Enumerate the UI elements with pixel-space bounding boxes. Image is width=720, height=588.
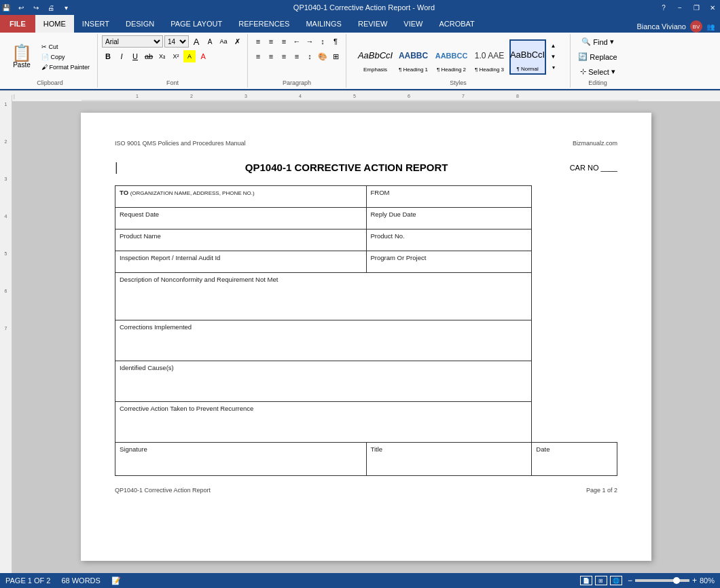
qat-dropdown[interactable]: ▾ (60, 2, 72, 13)
zoom-out-button[interactable]: − (628, 576, 632, 585)
find-button[interactable]: 🔍 Find ▾ (578, 35, 617, 48)
align-left-button[interactable]: ≡ (252, 50, 264, 62)
document-area[interactable]: ISO 9001 QMS Policies and Procedures Man… (12, 102, 720, 583)
share-button[interactable]: 👥 (706, 23, 715, 31)
page-footer: QP1040-1 Corrective Action Report Page 1… (115, 487, 617, 494)
font-controls: Arial 14 A A Aa ✗ B I U ab X₂ X² (102, 35, 243, 78)
clipboard-content: 📋 Paste ✂ Cut 📄 Copy 🖌 Format Painter (7, 35, 93, 78)
print-layout-button[interactable]: 📄 (580, 576, 592, 585)
redo-button[interactable]: ↪ (30, 2, 42, 13)
clear-format-button[interactable]: ✗ (231, 35, 243, 48)
styles-scroll-down[interactable]: ▼ (547, 52, 560, 62)
tab-references[interactable]: REFERENCES (230, 15, 298, 33)
zoom-level: 80% (700, 576, 715, 585)
show-hide-button[interactable]: ¶ (329, 35, 342, 48)
request-date-cell: Request Date (115, 208, 367, 229)
tab-view[interactable]: VIEW (395, 15, 431, 33)
font-color-button[interactable]: A (197, 50, 209, 62)
tab-mailings[interactable]: MAILINGS (298, 15, 350, 33)
change-case-button[interactable]: Aa (217, 35, 230, 48)
shading-button[interactable]: 🎨 (317, 50, 329, 62)
save-button[interactable]: 💾 (0, 2, 12, 13)
svg-text:5: 5 (353, 94, 356, 98)
cut-button[interactable]: ✂ Cut (38, 42, 93, 52)
signature-row: Signature Title Date (115, 443, 617, 476)
numbering-button[interactable]: ≡ (265, 35, 277, 48)
font-family-select[interactable]: Arial (102, 35, 163, 48)
svg-text:3: 3 (245, 94, 247, 98)
restore-button[interactable]: ❐ (689, 2, 704, 13)
superscript-button[interactable]: X² (170, 50, 182, 62)
web-layout-button[interactable]: 🌐 (610, 576, 622, 585)
full-screen-button[interactable]: ⊞ (595, 576, 607, 585)
tab-home[interactable]: HOME (35, 15, 74, 33)
paste-button[interactable]: 📋 Paste (7, 43, 37, 71)
line-spacing-button[interactable]: ↕ (304, 50, 316, 62)
quick-access-toolbar[interactable]: 💾 ↩ ↪ 🖨 ▾ (0, 2, 72, 13)
align-right-button[interactable]: ≡ (278, 50, 290, 62)
signature-label: Signature (120, 445, 362, 453)
bullets-button[interactable]: ≡ (252, 35, 264, 48)
question-button[interactable]: ? (656, 2, 671, 13)
select-button[interactable]: ⊹ Select ▾ (577, 65, 619, 78)
tab-design[interactable]: DESIGN (118, 15, 162, 33)
multilevel-button[interactable]: ≡ (278, 35, 290, 48)
justify-button[interactable]: ≡ (291, 50, 303, 62)
decrease-indent-button[interactable]: ← (291, 35, 303, 48)
vertical-ruler: 1234567 (0, 95, 12, 573)
description-cell: Description of Nonconformity and Require… (115, 273, 532, 320)
styles-scroll-up[interactable]: ▲ (547, 41, 560, 52)
zoom-slider[interactable] (635, 579, 689, 582)
underline-button[interactable]: U (129, 50, 141, 62)
heading1-label: ¶ Heading 1 (399, 67, 428, 73)
sort-button[interactable]: ↕ (317, 35, 329, 48)
styles-expand[interactable]: ▾ (547, 62, 560, 73)
clipboard-small-buttons: ✂ Cut 📄 Copy 🖌 Format Painter (38, 42, 93, 72)
borders-button[interactable]: ⊞ (329, 50, 342, 62)
format-painter-button[interactable]: 🖌 Format Painter (38, 62, 93, 72)
text-highlight-button[interactable]: A (183, 50, 196, 62)
product-no-cell: Product No. (366, 229, 532, 251)
bold-button[interactable]: B (102, 50, 114, 62)
style-normal[interactable]: AaBbCcI ¶ Normal (509, 39, 546, 75)
print-button[interactable]: 🖨 (45, 2, 57, 13)
ruler-svg: 1 2 3 4 5 6 7 8 (82, 91, 638, 102)
strikethrough-button[interactable]: ab (143, 50, 155, 62)
date-cell: Date (532, 443, 617, 476)
svg-text:8: 8 (516, 94, 519, 98)
tab-file[interactable]: FILE (0, 15, 35, 33)
copy-button[interactable]: 📄 Copy (38, 52, 93, 62)
italic-button[interactable]: I (115, 50, 128, 62)
tab-insert[interactable]: INSERT (74, 15, 118, 33)
product-no-label: Product No. (371, 232, 405, 240)
font-row-2: B I U ab X₂ X² A A (102, 50, 209, 62)
tab-review[interactable]: REVIEW (350, 15, 395, 33)
font-grow-button[interactable]: A (190, 35, 202, 48)
close-button[interactable]: ✕ (705, 2, 720, 13)
normal-label: ¶ Normal (516, 66, 538, 72)
zoom-in-button[interactable]: + (692, 576, 697, 585)
style-emphasis[interactable]: AaBbCcI Emphasis (357, 39, 394, 75)
increase-indent-button[interactable]: → (304, 35, 316, 48)
font-size-select[interactable]: 14 (164, 35, 189, 48)
title-area: Title (371, 445, 528, 473)
zoom-thumb[interactable] (673, 577, 680, 584)
minimize-button[interactable]: − (672, 2, 687, 13)
replace-button[interactable]: 🔄 Replace (575, 50, 620, 63)
causes-cell: Identified Cause(s) (115, 361, 532, 402)
emphasis-label: Emphasis (363, 67, 387, 73)
align-center-button[interactable]: ≡ (265, 50, 277, 62)
font-shrink-button[interactable]: A (204, 35, 216, 48)
status-bar: PAGE 1 OF 2 68 WORDS 📝 📄 ⊞ 🌐 − + 80% (0, 573, 720, 588)
user-avatar[interactable]: BV (690, 20, 702, 33)
undo-button[interactable]: ↩ (15, 2, 27, 13)
subscript-button[interactable]: X₂ (156, 50, 168, 62)
tab-acrobat[interactable]: ACROBAT (431, 15, 482, 33)
style-heading3[interactable]: 1.0 AAE ¶ Heading 3 (471, 39, 508, 75)
ribbon-content: 📋 Paste ✂ Cut 📄 Copy 🖌 Format Painter Cl… (0, 33, 720, 90)
to-label: TO (ORGANIZATION NAME, ADDRESS, PHONE NO… (120, 189, 255, 196)
page-indicator: PAGE 1 OF 2 (5, 576, 50, 585)
tab-page-layout[interactable]: PAGE LAYOUT (162, 15, 230, 33)
style-heading1[interactable]: AABBC ¶ Heading 1 (395, 39, 432, 75)
style-heading2[interactable]: AABBCC ¶ Heading 2 (433, 39, 470, 75)
